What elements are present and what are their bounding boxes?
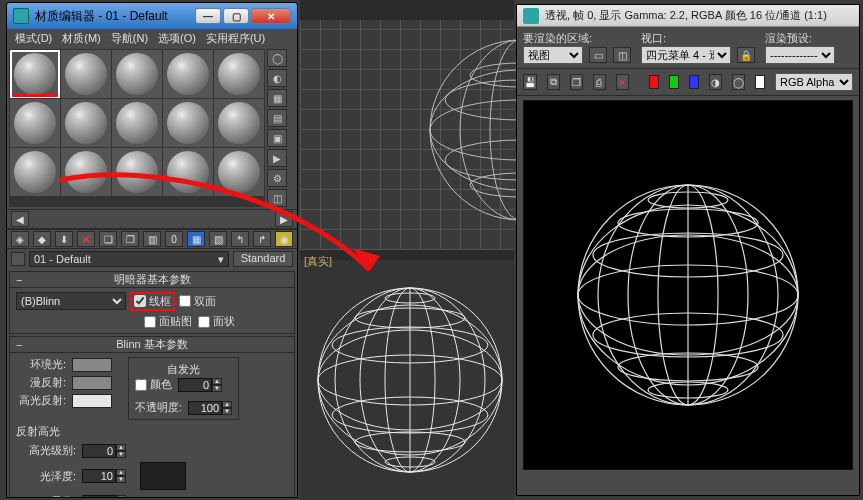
opacity-spinner[interactable]: ▲▼ bbox=[188, 401, 232, 415]
specular-swatch[interactable] bbox=[72, 394, 112, 408]
material-slot-7[interactable] bbox=[112, 99, 162, 147]
two-sided-label: 双面 bbox=[194, 294, 216, 309]
menu-navigate[interactable]: 导航(N) bbox=[107, 30, 152, 47]
app-icon bbox=[13, 8, 29, 24]
lock-icon[interactable]: 🔒 bbox=[737, 47, 755, 63]
render-area-label: 要渲染的区域: bbox=[523, 31, 631, 46]
ambient-swatch[interactable] bbox=[72, 358, 112, 372]
titlebar[interactable]: 材质编辑器 - 01 - Default — ▢ ✕ bbox=[7, 3, 297, 29]
crop-icon[interactable]: ◫ bbox=[613, 47, 631, 63]
background-icon[interactable]: ▦ bbox=[267, 89, 287, 107]
material-slot-12[interactable] bbox=[112, 148, 162, 196]
wireframe-checkbox[interactable]: 线框 bbox=[132, 294, 173, 309]
material-slot-3[interactable] bbox=[163, 50, 213, 98]
reset-map-icon[interactable]: ✕ bbox=[77, 231, 95, 247]
material-name-field[interactable]: 01 - Default ▾ bbox=[29, 251, 229, 267]
channel-r-button[interactable] bbox=[649, 75, 659, 89]
save-icon[interactable]: 💾 bbox=[523, 74, 537, 90]
render-titlebar[interactable]: 透视, 帧 0, 显示 Gamma: 2.2, RGBA 颜色 16 位/通道 … bbox=[517, 5, 859, 27]
channel-g-button[interactable] bbox=[669, 75, 679, 89]
preview-icon[interactable]: ▶ bbox=[267, 149, 287, 167]
assign-to-sel-icon[interactable]: ⬇ bbox=[55, 231, 73, 247]
preset-combo[interactable]: --------------- bbox=[765, 46, 835, 64]
make-unique-icon[interactable]: ❐ bbox=[121, 231, 139, 247]
material-slot-0[interactable] bbox=[10, 50, 60, 98]
ambient-label: 环境光: bbox=[16, 357, 66, 372]
faceted-label: 面状 bbox=[213, 314, 235, 329]
scroll-left-icon[interactable]: ◀ bbox=[11, 211, 29, 227]
put-to-scene-icon[interactable]: ◆ bbox=[33, 231, 51, 247]
pick-from-obj-icon[interactable]: ◉ bbox=[275, 231, 293, 247]
mono-icon[interactable]: ◯ bbox=[732, 74, 745, 90]
spec-level-spinner[interactable]: ▲▼ bbox=[82, 444, 126, 458]
menubar: 模式(D) 材质(M) 导航(N) 选项(O) 实用程序(U) bbox=[7, 29, 297, 47]
menu-util[interactable]: 实用程序(U) bbox=[202, 30, 269, 47]
render-output-area[interactable] bbox=[523, 100, 853, 470]
sample-uv-icon[interactable]: ▤ bbox=[267, 109, 287, 127]
material-slot-10[interactable] bbox=[10, 148, 60, 196]
glossiness-spinner[interactable]: ▲▼ bbox=[82, 469, 126, 483]
material-slot-11[interactable] bbox=[61, 148, 111, 196]
region-icon[interactable]: ▭ bbox=[589, 47, 607, 63]
backlight-icon[interactable]: ◐ bbox=[267, 69, 287, 87]
rollup-shader-basic: − 明暗器基本参数 (B)Blinn 线框 双面 bbox=[9, 271, 295, 334]
material-slot-9[interactable] bbox=[214, 99, 264, 147]
show-end-icon[interactable]: ▧ bbox=[209, 231, 227, 247]
clear-icon[interactable]: ✕ bbox=[616, 74, 629, 90]
menu-mode[interactable]: 模式(D) bbox=[11, 30, 56, 47]
rollup-title[interactable]: − 明暗器基本参数 bbox=[10, 272, 294, 288]
self-illum-spinner[interactable]: ▲▼ bbox=[178, 378, 222, 392]
alpha-icon[interactable]: ◑ bbox=[709, 74, 722, 90]
channel-b-button[interactable] bbox=[689, 75, 699, 89]
minimize-button[interactable]: — bbox=[195, 8, 221, 24]
viewport-sphere-bottom bbox=[310, 280, 510, 480]
make-copy-icon[interactable]: ❏ bbox=[99, 231, 117, 247]
menu-material[interactable]: 材质(M) bbox=[58, 30, 105, 47]
mat-id-icon[interactable]: 0 bbox=[165, 231, 183, 247]
channel-combo[interactable]: RGB Alpha bbox=[775, 73, 853, 91]
get-material-icon[interactable]: ◈ bbox=[11, 231, 29, 247]
material-slot-13[interactable] bbox=[163, 148, 213, 196]
eyedropper-icon[interactable] bbox=[11, 252, 25, 266]
close-button[interactable]: ✕ bbox=[251, 8, 291, 24]
options-icon[interactable]: ⚙ bbox=[267, 169, 287, 187]
sample-type-icon[interactable]: ◯ bbox=[267, 49, 287, 67]
soften-spinner[interactable]: ▲▼ bbox=[82, 495, 126, 499]
viewport-combo[interactable]: 四元菜单 4 - 透 bbox=[641, 46, 731, 64]
material-slot-5[interactable] bbox=[10, 99, 60, 147]
go-parent-icon[interactable]: ↰ bbox=[231, 231, 249, 247]
render-frame-window: 透视, 帧 0, 显示 Gamma: 2.2, RGBA 颜色 16 位/通道 … bbox=[516, 4, 860, 496]
material-type-button[interactable]: Standard bbox=[233, 251, 293, 267]
material-slot-1[interactable] bbox=[61, 50, 111, 98]
go-forward-icon[interactable]: ↱ bbox=[253, 231, 271, 247]
select-by-mat-icon[interactable]: ◫ bbox=[267, 189, 287, 207]
overlay-button[interactable] bbox=[755, 75, 765, 89]
material-slot-6[interactable] bbox=[61, 99, 111, 147]
viewport-panel[interactable]: [真实] bbox=[300, 0, 514, 500]
two-sided-checkbox[interactable]: 双面 bbox=[179, 294, 216, 309]
put-to-lib-icon[interactable]: ▥ bbox=[143, 231, 161, 247]
video-check-icon[interactable]: ▣ bbox=[267, 129, 287, 147]
menu-options[interactable]: 选项(O) bbox=[154, 30, 200, 47]
material-slot-2[interactable] bbox=[112, 50, 162, 98]
show-in-vp-icon[interactable]: ▦ bbox=[187, 231, 205, 247]
material-slot-4[interactable] bbox=[214, 50, 264, 98]
self-illum-color-check[interactable]: 颜色 bbox=[135, 377, 172, 392]
rollup-title[interactable]: − Blinn 基本参数 bbox=[10, 337, 294, 353]
material-slot-8[interactable] bbox=[163, 99, 213, 147]
scroll-right-icon[interactable]: ▶ bbox=[275, 211, 293, 227]
rollup-title-text: Blinn 基本参数 bbox=[116, 337, 188, 352]
print-icon[interactable]: ⎙ bbox=[593, 74, 606, 90]
diffuse-swatch[interactable] bbox=[72, 376, 112, 390]
viewport-mode-label[interactable]: [真实] bbox=[300, 254, 336, 269]
faceted-checkbox[interactable]: 面状 bbox=[198, 314, 235, 329]
shader-combo[interactable]: (B)Blinn bbox=[16, 292, 126, 310]
face-map-checkbox[interactable]: 面贴图 bbox=[144, 314, 192, 329]
render-area-combo[interactable]: 视图 bbox=[523, 46, 583, 64]
render-row-1: 要渲染的区域: 视图 ▭ ◫ 视口: 四元菜单 4 - 透 🔒 渲染预设: --… bbox=[517, 27, 859, 68]
clone-icon[interactable]: ❐ bbox=[570, 74, 583, 90]
maximize-button[interactable]: ▢ bbox=[223, 8, 249, 24]
glossiness-label: 光泽度: bbox=[16, 469, 76, 484]
material-slot-14[interactable] bbox=[214, 148, 264, 196]
copy-icon[interactable]: ⧉ bbox=[547, 74, 560, 90]
